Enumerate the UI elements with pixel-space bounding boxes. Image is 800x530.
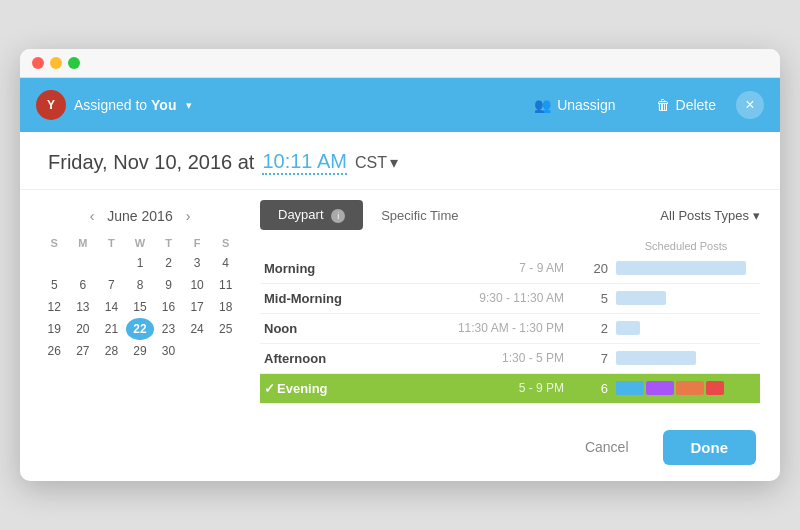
calendar: ‹ June 2016 › SMTWTFS 123456789101112131… xyxy=(40,200,240,404)
sched-header: Scheduled Posts xyxy=(260,240,760,254)
calendar-day[interactable]: 25 xyxy=(211,318,240,340)
calendar-day-header: T xyxy=(97,234,126,252)
time-slot-count: 5 xyxy=(584,291,608,306)
close-traffic-light[interactable] xyxy=(32,57,44,69)
calendar-day[interactable]: 7 xyxy=(97,274,126,296)
calendar-day[interactable]: 23 xyxy=(154,318,183,340)
time-slot-count: 7 xyxy=(584,351,608,366)
calendar-prev-button[interactable]: ‹ xyxy=(85,206,100,226)
title-bar xyxy=(20,49,780,78)
calendar-day[interactable]: 22 xyxy=(126,318,155,340)
time-slot-range: 7 - 9 AM xyxy=(362,261,576,275)
calendar-day[interactable]: 10 xyxy=(183,274,212,296)
calendar-day[interactable]: 28 xyxy=(97,340,126,362)
calendar-day[interactable]: 8 xyxy=(126,274,155,296)
calendar-day[interactable]: 15 xyxy=(126,296,155,318)
calendar-day[interactable]: 5 xyxy=(40,274,69,296)
calendar-day-header: W xyxy=(126,234,155,252)
expand-traffic-light[interactable] xyxy=(68,57,80,69)
calendar-day[interactable]: 21 xyxy=(97,318,126,340)
evening-segment xyxy=(616,381,644,395)
time-bar-wrap xyxy=(616,291,756,305)
calendar-day xyxy=(211,340,240,362)
cancel-button[interactable]: Cancel xyxy=(563,430,651,464)
time-slot-label: Morning xyxy=(264,261,354,276)
tabs-row: Daypart i Specific Time All Posts Types … xyxy=(260,200,760,230)
time-slot-range: 11:30 AM - 1:30 PM xyxy=(362,321,576,335)
calendar-day[interactable]: 11 xyxy=(211,274,240,296)
footer: Cancel Done xyxy=(20,420,780,481)
calendar-day-header: S xyxy=(40,234,69,252)
evening-segment xyxy=(646,381,674,395)
close-button[interactable]: × xyxy=(736,91,764,119)
calendar-day[interactable]: 16 xyxy=(154,296,183,318)
calendar-day xyxy=(69,252,98,274)
date-label: Friday, Nov 10, 2016 at xyxy=(48,151,254,174)
assigned-button[interactable]: Y Assigned to You ▾ xyxy=(36,90,514,120)
time-bar xyxy=(616,261,746,275)
calendar-day xyxy=(183,340,212,362)
time-bar xyxy=(616,321,640,335)
time-slot-mid-morning[interactable]: Mid-Morning 9:30 - 11:30 AM 5 xyxy=(260,284,760,314)
right-panel: Daypart i Specific Time All Posts Types … xyxy=(260,200,760,404)
unassign-label: Unassign xyxy=(557,97,615,113)
time-slot-count: 6 xyxy=(584,381,608,396)
unassign-button[interactable]: 👥 Unassign xyxy=(514,78,635,132)
time-slot-evening[interactable]: ✓Evening 5 - 9 PM 6 xyxy=(260,374,760,404)
all-posts-chevron-icon: ▾ xyxy=(753,208,760,223)
calendar-day[interactable]: 20 xyxy=(69,318,98,340)
calendar-header: ‹ June 2016 › xyxy=(40,206,240,226)
delete-button[interactable]: 🗑 Delete xyxy=(636,78,736,132)
time-slot-afternoon[interactable]: Afternoon 1:30 - 5 PM 7 xyxy=(260,344,760,374)
time-bar xyxy=(616,291,666,305)
all-posts-dropdown[interactable]: All Posts Types ▾ xyxy=(660,208,760,223)
calendar-day[interactable]: 26 xyxy=(40,340,69,362)
tab-daypart[interactable]: Daypart i xyxy=(260,200,363,230)
calendar-day[interactable]: 3 xyxy=(183,252,212,274)
time-slot-label: Noon xyxy=(264,321,354,336)
tz-chevron-icon: ▾ xyxy=(390,153,398,172)
calendar-day[interactable]: 12 xyxy=(40,296,69,318)
timezone-picker[interactable]: CST ▾ xyxy=(355,153,398,172)
calendar-day[interactable]: 29 xyxy=(126,340,155,362)
assigned-chevron-icon: ▾ xyxy=(186,99,192,112)
time-bar-wrap xyxy=(616,321,756,335)
time-slot-morning[interactable]: Morning 7 - 9 AM 20 xyxy=(260,254,760,284)
unassign-icon: 👥 xyxy=(534,97,551,113)
time-picker[interactable]: 10:11 AM xyxy=(262,150,347,175)
calendar-day[interactable]: 9 xyxy=(154,274,183,296)
time-slot-count: 20 xyxy=(584,261,608,276)
time-slot-range: 9:30 - 11:30 AM xyxy=(362,291,576,305)
time-slot-count: 2 xyxy=(584,321,608,336)
main-content: ‹ June 2016 › SMTWTFS 123456789101112131… xyxy=(20,190,780,420)
calendar-day[interactable]: 4 xyxy=(211,252,240,274)
calendar-day[interactable]: 13 xyxy=(69,296,98,318)
calendar-day[interactable]: 1 xyxy=(126,252,155,274)
calendar-day[interactable]: 30 xyxy=(154,340,183,362)
time-slot-label: ✓Evening xyxy=(264,381,354,396)
calendar-day[interactable]: 17 xyxy=(183,296,212,318)
evening-bar xyxy=(616,381,756,395)
calendar-day[interactable]: 18 xyxy=(211,296,240,318)
minimize-traffic-light[interactable] xyxy=(50,57,62,69)
trash-icon: 🗑 xyxy=(656,97,670,113)
close-icon: × xyxy=(745,96,754,114)
calendar-day[interactable]: 2 xyxy=(154,252,183,274)
calendar-day[interactable]: 14 xyxy=(97,296,126,318)
calendar-month-label: June 2016 xyxy=(107,208,172,224)
calendar-day[interactable]: 19 xyxy=(40,318,69,340)
calendar-day[interactable]: 6 xyxy=(69,274,98,296)
tab-specific-time[interactable]: Specific Time xyxy=(363,201,476,230)
count-col-header xyxy=(586,240,610,252)
time-slot-label: Mid-Morning xyxy=(264,291,354,306)
calendar-next-button[interactable]: › xyxy=(181,206,196,226)
done-button[interactable]: Done xyxy=(663,430,757,465)
calendar-day-header: M xyxy=(69,234,98,252)
daypart-info-icon[interactable]: i xyxy=(331,209,345,223)
calendar-day[interactable]: 27 xyxy=(69,340,98,362)
time-bar-wrap xyxy=(616,351,756,365)
evening-segment xyxy=(706,381,724,395)
header-bar: Y Assigned to You ▾ 👥 Unassign 🗑 Delete … xyxy=(20,78,780,132)
calendar-day[interactable]: 24 xyxy=(183,318,212,340)
time-slot-noon[interactable]: Noon 11:30 AM - 1:30 PM 2 xyxy=(260,314,760,344)
